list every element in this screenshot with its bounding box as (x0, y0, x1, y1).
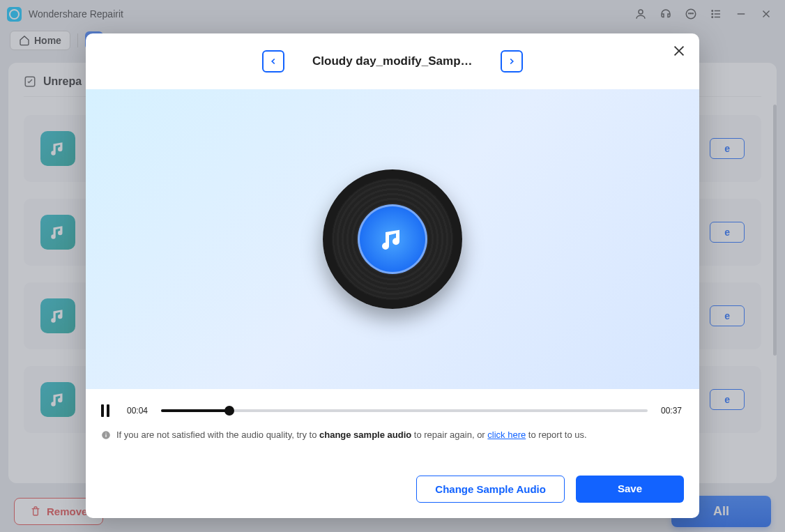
hint-text: If you are not satisfied with the audio … (86, 421, 699, 440)
modal-title: Cloudy day_modify_Sample... (312, 54, 473, 68)
change-sample-button[interactable]: Change Sample Audio (416, 476, 565, 503)
svg-rect-19 (105, 434, 106, 436)
seek-fill (161, 409, 229, 412)
hint-link[interactable]: click here (487, 430, 526, 440)
hint-prefix: If you are not satisfied with the audio … (116, 430, 319, 440)
info-icon (101, 430, 111, 440)
time-total: 00:37 (659, 406, 684, 416)
hint-mid: to repair again, or (411, 430, 487, 440)
close-button[interactable] (671, 43, 687, 59)
prev-button[interactable] (262, 50, 284, 73)
preview-modal: Cloudy day_modify_Sample... 00:04 00:37 … (86, 33, 699, 518)
modal-footer: Change Sample Audio Save (86, 463, 699, 518)
player-controls: 00:04 00:37 (86, 389, 699, 421)
pause-button[interactable] (101, 404, 114, 417)
time-current: 00:04 (125, 406, 150, 416)
modal-header: Cloudy day_modify_Sample... (86, 33, 699, 89)
save-button[interactable]: Save (576, 476, 684, 503)
svg-point-20 (105, 432, 106, 433)
audio-preview (86, 89, 699, 389)
seek-thumb[interactable] (224, 406, 234, 416)
hint-suffix: to report to us. (526, 430, 586, 440)
seek-track[interactable] (161, 409, 648, 412)
hint-bold: change sample audio (319, 430, 411, 440)
vinyl-record-icon (323, 169, 462, 309)
next-button[interactable] (501, 50, 523, 73)
